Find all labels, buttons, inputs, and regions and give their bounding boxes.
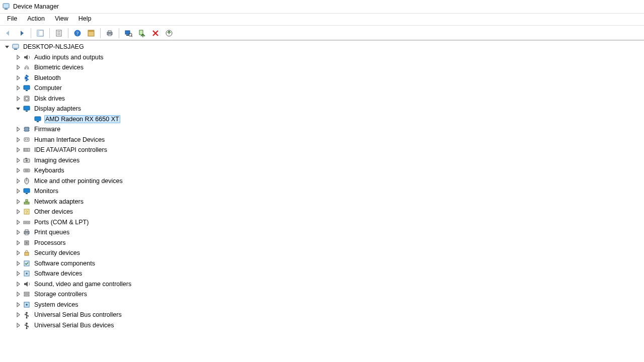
chip-icon	[22, 125, 31, 133]
expander-closed[interactable]	[14, 125, 22, 133]
disable-device-button[interactable]	[149, 27, 162, 39]
expander-closed[interactable]	[14, 74, 22, 82]
back-button[interactable]	[2, 27, 14, 39]
scan-hardware-button[interactable]	[122, 27, 134, 39]
tree-node-security-devices[interactable]: Security devices	[0, 248, 644, 258]
tree-node-label: Other devices	[33, 208, 74, 216]
tree-node-label: Disk drives	[33, 95, 66, 103]
expander-closed[interactable]	[14, 177, 22, 185]
expander-closed[interactable]	[14, 146, 22, 154]
tree-node-software-devices[interactable]: Software devices	[0, 268, 644, 279]
tree-node-label: Bluetooth	[33, 74, 62, 82]
tree-node-label: Audio inputs and outputs	[33, 53, 105, 61]
expander-closed[interactable]	[14, 239, 22, 247]
indent	[0, 180, 14, 181]
tree-node-label: Network adapters	[33, 198, 85, 206]
tree-node-storage-controllers[interactable]: Storage controllers	[0, 289, 644, 300]
expander-closed[interactable]	[14, 311, 22, 319]
indent	[0, 57, 14, 57]
tree-node-human-interface-devices[interactable]: Human Interface Devices	[0, 135, 644, 145]
tree-node-computer[interactable]: Computer	[0, 83, 644, 94]
tree-node-imaging-devices[interactable]: Imaging devices	[0, 155, 644, 166]
menu-action[interactable]: Action	[22, 14, 50, 25]
svg-rect-70	[25, 252, 29, 255]
expander-closed[interactable]	[14, 63, 22, 71]
expander-closed[interactable]	[14, 198, 22, 206]
bluetooth-icon	[22, 74, 31, 82]
tree-node-audio-inputs-and-outputs[interactable]: Audio inputs and outputs	[0, 52, 644, 63]
actions-button[interactable]	[85, 27, 97, 39]
tree-node-label: Computer	[33, 84, 63, 92]
tree-node-ide-ata-atapi-controllers[interactable]: IDE ATA/ATAPI controllers	[0, 145, 644, 155]
expander-closed[interactable]	[14, 259, 22, 267]
expander-closed[interactable]	[14, 269, 22, 278]
tree-node-software-components[interactable]: Software components	[0, 258, 644, 269]
tree-node-network-adapters[interactable]: Network adapters	[0, 197, 644, 207]
tree-node-sound-video-and-game-controllers[interactable]: Sound, video and game controllers	[0, 279, 644, 290]
expander-closed[interactable]	[14, 218, 22, 226]
expander-closed[interactable]	[14, 53, 22, 61]
expander-closed[interactable]	[14, 228, 22, 236]
menu-view[interactable]: View	[50, 14, 73, 25]
expander-open[interactable]	[14, 105, 22, 113]
expander-closed[interactable]	[14, 187, 22, 195]
expander-closed[interactable]	[14, 136, 22, 144]
update-driver-button[interactable]	[163, 27, 175, 39]
tree-node-display-adapters[interactable]: Display adapters	[0, 104, 644, 114]
expander-closed[interactable]	[14, 208, 22, 216]
show-hide-tree-button[interactable]	[34, 27, 46, 39]
computer-icon	[11, 43, 20, 51]
tree-node-firmware[interactable]: Firmware	[0, 124, 644, 135]
svg-rect-39	[24, 138, 29, 141]
tree-node-processors[interactable]: Processors	[0, 238, 644, 248]
tree-node-system-devices[interactable]: System devices	[0, 300, 644, 310]
usb-icon	[22, 311, 31, 319]
titlebar: Device Manager	[0, 0, 644, 14]
svg-rect-24	[13, 44, 19, 48]
print-button[interactable]	[104, 27, 116, 39]
expander-closed[interactable]	[14, 301, 22, 309]
tree-node-universal-serial-bus-controllers[interactable]: Universal Serial Bus controllers	[0, 310, 644, 320]
properties-button[interactable]	[53, 27, 65, 39]
tree-node-ports-com-lpt-[interactable]: Ports (COM & LPT)	[0, 217, 644, 228]
enable-device-button[interactable]	[136, 27, 148, 39]
tree-node-disk-drives[interactable]: Disk drives	[0, 94, 644, 104]
expander-closed[interactable]	[14, 321, 22, 329]
menu-help[interactable]: Help	[73, 14, 97, 25]
forward-button[interactable]	[16, 27, 28, 39]
tree-node-mice-and-other-pointing-devices[interactable]: Mice and other pointing devices	[0, 176, 644, 187]
monitor-icon	[22, 187, 31, 195]
help-button[interactable]: ?	[71, 27, 84, 39]
svg-point-47	[26, 159, 28, 161]
device-tree[interactable]: DESKTOP-NLSJAEG Audio inputs and outputs…	[0, 41, 644, 361]
expander-closed[interactable]	[14, 290, 22, 298]
expander-open[interactable]	[3, 43, 11, 51]
tree-node-universal-serial-bus-devices[interactable]: Universal Serial Bus devices	[0, 320, 644, 331]
tree-node-biometric-devices[interactable]: Biometric devices	[0, 62, 644, 73]
toolbar: ?	[0, 26, 644, 41]
tree-node-label: IDE ATA/ATAPI controllers	[33, 146, 108, 154]
monitor-icon	[22, 84, 31, 92]
expander-closed[interactable]	[14, 166, 22, 174]
tree-node-root[interactable]: DESKTOP-NLSJAEG	[0, 42, 644, 52]
svg-rect-67	[25, 233, 28, 235]
menu-file[interactable]: File	[2, 14, 22, 25]
expander-closed[interactable]	[14, 280, 22, 288]
svg-rect-25	[14, 49, 17, 50]
indent	[0, 109, 14, 109]
tree-node-keyboards[interactable]: Keyboards	[0, 165, 644, 176]
expander-closed[interactable]	[14, 156, 22, 164]
svg-text:?: ?	[25, 210, 28, 215]
tree-node-bluetooth[interactable]: Bluetooth	[0, 73, 644, 83]
tree-node-other-devices[interactable]: ? Other devices	[0, 207, 644, 217]
tree-node-label: Display adapters	[33, 105, 82, 113]
tree-node-print-queues[interactable]: Print queues	[0, 227, 644, 238]
expander-closed[interactable]	[14, 95, 22, 103]
expander-closed[interactable]	[14, 249, 22, 257]
svg-point-77	[26, 304, 28, 306]
separator	[100, 28, 101, 38]
tree-node-monitors[interactable]: Monitors	[0, 186, 644, 197]
expander-closed[interactable]	[14, 84, 22, 92]
tree-node-label: Universal Serial Bus controllers	[33, 311, 123, 319]
tree-node-amd-radeon-rx-6650-xt[interactable]: AMD Radeon RX 6650 XT	[0, 114, 644, 125]
